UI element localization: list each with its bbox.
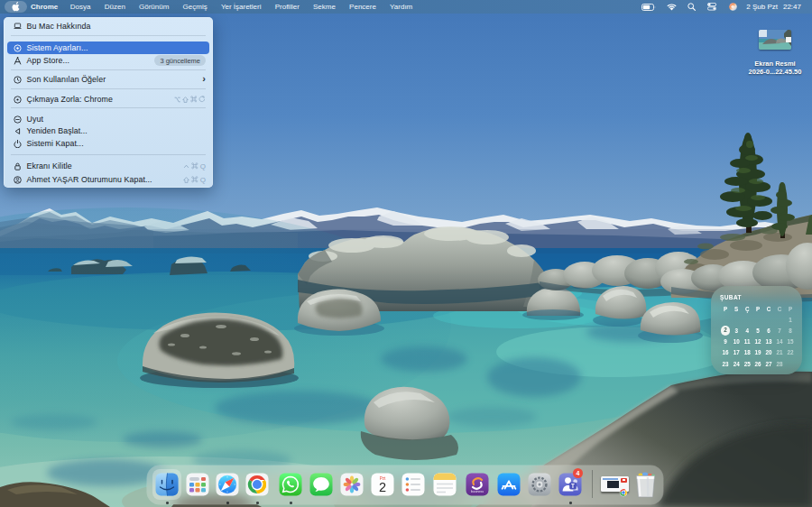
svg-text:T: T [571, 483, 575, 489]
svg-text:2: 2 [379, 480, 386, 494]
svg-text:business: business [471, 490, 484, 493]
